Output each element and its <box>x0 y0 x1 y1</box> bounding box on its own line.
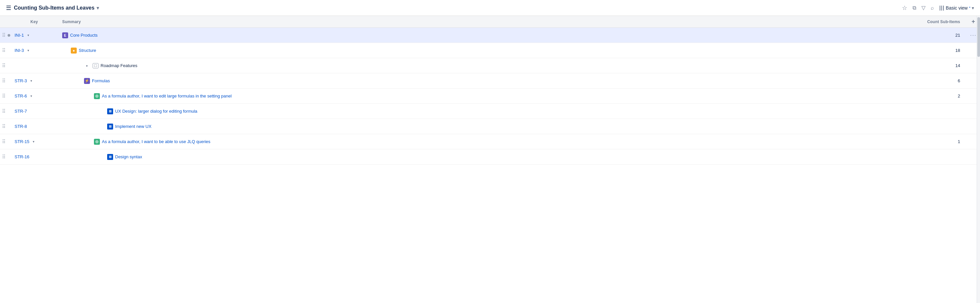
count-cell: 6 <box>900 78 967 83</box>
expand-button[interactable] <box>25 32 31 38</box>
table-row: ⠿ STR-3 ⚡ Formulas 6 <box>0 73 980 89</box>
key-cell: STR-7 <box>13 109 59 114</box>
count-cell: 18 <box>900 48 967 53</box>
drag-handle-icon[interactable]: ⠿ <box>2 108 6 114</box>
count-cell: 2 <box>900 94 967 98</box>
summary-link[interactable]: Structure <box>79 48 96 53</box>
summary-link[interactable]: Formulas <box>92 78 110 83</box>
scrollbar-track[interactable] <box>977 16 980 165</box>
expand-button[interactable] <box>25 48 31 54</box>
plus-icon: + <box>972 18 975 25</box>
view-asterisk: * <box>969 6 970 10</box>
key-cell: STR-6 <box>13 93 59 99</box>
count-column-header: Count Sub-Items <box>900 19 967 24</box>
issue-key-link[interactable]: STR-7 <box>14 109 27 114</box>
view-dropdown-arrow: ▾ <box>972 5 974 11</box>
summary-cell: E Core Products <box>59 32 900 38</box>
key-column-header: Key <box>13 19 59 24</box>
issue-key-link[interactable]: STR-6 <box>14 94 27 98</box>
layers-icon[interactable]: ⧉ <box>913 5 916 11</box>
story-icon: ◎ <box>94 93 100 99</box>
summary-cell: □ Roadmap Features <box>59 63 900 69</box>
epic-lightning-icon: ⚡ <box>84 78 90 84</box>
key-cell: INI-1 <box>13 32 59 38</box>
drag-cell: ⠿ <box>0 108 13 114</box>
summary-cell: ⚡ Formulas <box>59 78 900 84</box>
view-switcher[interactable]: ||| Basic view* ▾ <box>939 5 974 11</box>
subtask-icon: ⊞ <box>107 154 113 160</box>
subtask-icon: ⊞ <box>107 124 113 130</box>
summary-cell: ⊞ Implement new UX <box>59 124 900 130</box>
table-row: ⠿ STR-15 ◎ As a formula author, I want t… <box>0 134 980 149</box>
scrollbar-thumb[interactable] <box>977 17 980 57</box>
issue-key-link[interactable]: STR-16 <box>14 154 29 159</box>
list-icon: ☰ <box>6 4 11 11</box>
expand-button[interactable] <box>29 78 34 84</box>
page-title: Counting Sub-Items and Leaves ▾ <box>14 5 99 11</box>
count-cell: 14 <box>900 63 967 68</box>
summary-link[interactable]: Core Products <box>70 33 97 38</box>
expand-button[interactable] <box>31 139 37 145</box>
key-cell: STR-8 <box>13 124 59 129</box>
story-icon: ◎ <box>94 139 100 145</box>
row-dot <box>8 34 10 36</box>
table-row: ⠿ INI-1 E Core Products 21 ··· <box>0 28 980 43</box>
drag-cell: ⠿ <box>0 63 13 69</box>
expand-button[interactable] <box>29 93 34 99</box>
filter-icon[interactable]: ▽ <box>921 5 926 11</box>
issues-table: Key Summary Count Sub-Items + ⠿ INI-1 E … <box>0 16 980 165</box>
summary-cell: ◎ As a formula author, I want to edit la… <box>59 93 900 99</box>
issue-key-link[interactable]: STR-15 <box>14 139 29 144</box>
table-row: ⠿ INI-3 ● Structure 18 <box>0 43 980 58</box>
key-cell: STR-16 <box>13 154 59 159</box>
drag-handle-icon[interactable]: ⠿ <box>2 32 6 38</box>
table-row: ⠿ STR-16 ⊞ Design syntax <box>0 149 980 165</box>
issue-key-link[interactable]: INI-1 <box>14 33 24 38</box>
drag-cell: ⠿ <box>0 154 13 160</box>
issue-key-link[interactable]: STR-8 <box>14 124 27 129</box>
epic-icon: E <box>62 32 68 38</box>
summary-text: Roadmap Features <box>100 63 137 68</box>
table-row: ⠿ STR-7 ⊞ UX Design: larger dialog for e… <box>0 104 980 119</box>
count-cell: 1 <box>900 139 967 144</box>
drag-handle-icon[interactable]: ⠿ <box>2 78 6 84</box>
search-icon[interactable]: ⌕ <box>931 5 934 11</box>
drag-cell: ⠿ <box>0 93 13 99</box>
drag-cell: ⠿ <box>0 48 13 54</box>
drag-handle-icon[interactable]: ⠿ <box>2 93 6 99</box>
bars-icon: ||| <box>939 5 944 11</box>
top-bar-left: ☰ Counting Sub-Items and Leaves ▾ <box>6 4 99 11</box>
title-dropdown-arrow[interactable]: ▾ <box>97 5 99 11</box>
page-title-text: Counting Sub-Items and Leaves <box>14 5 95 11</box>
table-row: ⠿ STR-6 ◎ As a formula author, I want to… <box>0 89 980 104</box>
issue-key-link[interactable]: INI-3 <box>14 48 24 53</box>
issue-key-link[interactable]: STR-3 <box>14 78 27 83</box>
drag-handle-icon[interactable]: ⠿ <box>2 63 6 69</box>
table-header: Key Summary Count Sub-Items + <box>0 16 980 28</box>
story-icon: ● <box>71 48 77 54</box>
summary-link[interactable]: As a formula author, I want to be able t… <box>102 139 210 144</box>
count-cell: 21 <box>900 33 967 38</box>
drag-handle-icon[interactable]: ⠿ <box>2 139 6 145</box>
summary-cell: ◎ As a formula author, I want to be able… <box>59 139 900 145</box>
drag-handle-icon[interactable]: ⠿ <box>2 124 6 130</box>
summary-link[interactable]: Design syntax <box>115 154 142 159</box>
drag-cell: ⠿ <box>0 78 13 84</box>
summary-column-header: Summary <box>59 19 900 24</box>
drag-handle-icon[interactable]: ⠿ <box>2 48 6 54</box>
summary-link[interactable]: Implement new UX <box>115 124 151 129</box>
summary-link[interactable]: UX Design: larger dialog for editing for… <box>115 109 197 114</box>
key-cell: STR-3 <box>13 78 59 84</box>
drag-cell: ⠿ <box>0 139 13 145</box>
expand-button[interactable] <box>84 63 90 69</box>
pin-icon[interactable]: ☆ <box>902 4 907 11</box>
drag-cell: ⠿ <box>0 32 13 38</box>
summary-link[interactable]: As a formula author, I want to edit larg… <box>102 94 232 98</box>
subtask-icon: ⊞ <box>107 108 113 114</box>
drag-handle-icon[interactable]: ⠿ <box>2 154 6 160</box>
top-bar: ☰ Counting Sub-Items and Leaves ▾ ☆ ⧉ ▽ … <box>0 0 980 16</box>
folder-icon: □ <box>92 63 99 68</box>
top-bar-right: ☆ ⧉ ▽ ⌕ ||| Basic view* ▾ <box>902 4 974 11</box>
view-label-text: Basic view <box>946 5 968 11</box>
key-cell: STR-15 <box>13 139 59 145</box>
